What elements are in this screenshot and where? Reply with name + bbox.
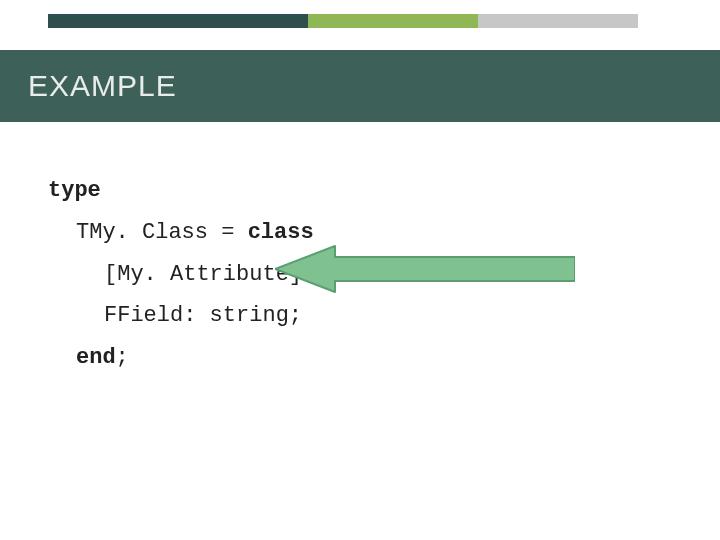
code-text: [My. Attribute] — [104, 262, 302, 287]
code-keyword-end: end — [76, 345, 116, 370]
code-text: FField: string; — [104, 303, 302, 328]
slide-body: type TMy. Class = class [My. Attribute] … — [48, 170, 672, 379]
code-line: TMy. Class = class — [76, 212, 672, 254]
code-line: type — [48, 170, 672, 212]
slide-title: EXAMPLE — [28, 69, 177, 103]
code-block: type TMy. Class = class [My. Attribute] … — [48, 170, 672, 379]
stripe-segment-green — [308, 14, 478, 28]
slide: EXAMPLE type TMy. Class = class [My. Att… — [0, 0, 720, 540]
code-line-field: FField: string; — [104, 295, 672, 337]
code-keyword-type: type — [48, 178, 101, 203]
code-keyword-class: class — [248, 220, 314, 245]
code-line-attribute: [My. Attribute] — [104, 254, 672, 296]
top-stripe-bar — [0, 14, 720, 28]
title-band: EXAMPLE — [0, 50, 720, 122]
stripe-segment — [638, 14, 720, 28]
stripe-segment-dark — [48, 14, 308, 28]
code-text: TMy. Class = — [76, 220, 248, 245]
stripe-segment — [0, 14, 48, 28]
code-line: end; — [76, 337, 672, 379]
stripe-segment-grey — [478, 14, 638, 28]
code-text: ; — [116, 345, 129, 370]
